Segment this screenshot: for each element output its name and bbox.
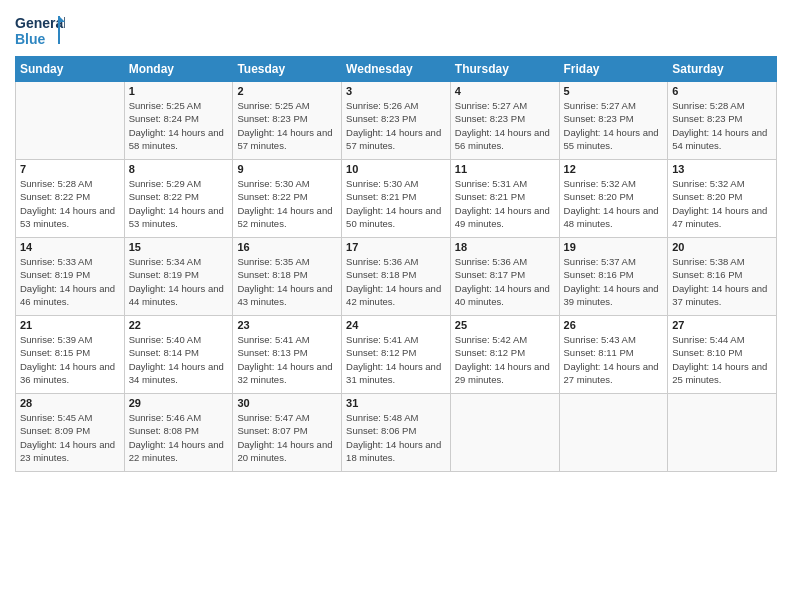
- day-number: 2: [237, 85, 337, 97]
- calendar-day-cell: [450, 394, 559, 472]
- calendar-day-cell: 4 Sunrise: 5:27 AMSunset: 8:23 PMDayligh…: [450, 82, 559, 160]
- day-number: 19: [564, 241, 664, 253]
- calendar-day-cell: 23 Sunrise: 5:41 AMSunset: 8:13 PMDaylig…: [233, 316, 342, 394]
- day-number: 8: [129, 163, 229, 175]
- calendar-day-cell: 21 Sunrise: 5:39 AMSunset: 8:15 PMDaylig…: [16, 316, 125, 394]
- day-number: 10: [346, 163, 446, 175]
- weekday-header: Friday: [559, 57, 668, 82]
- day-info: Sunrise: 5:36 AMSunset: 8:17 PMDaylight:…: [455, 255, 555, 308]
- day-info: Sunrise: 5:32 AMSunset: 8:20 PMDaylight:…: [672, 177, 772, 230]
- calendar-week-row: 28 Sunrise: 5:45 AMSunset: 8:09 PMDaylig…: [16, 394, 777, 472]
- day-info: Sunrise: 5:35 AMSunset: 8:18 PMDaylight:…: [237, 255, 337, 308]
- calendar-day-cell: 26 Sunrise: 5:43 AMSunset: 8:11 PMDaylig…: [559, 316, 668, 394]
- day-info: Sunrise: 5:43 AMSunset: 8:11 PMDaylight:…: [564, 333, 664, 386]
- calendar-day-cell: 27 Sunrise: 5:44 AMSunset: 8:10 PMDaylig…: [668, 316, 777, 394]
- day-info: Sunrise: 5:45 AMSunset: 8:09 PMDaylight:…: [20, 411, 120, 464]
- day-info: Sunrise: 5:32 AMSunset: 8:20 PMDaylight:…: [564, 177, 664, 230]
- calendar-day-cell: [668, 394, 777, 472]
- svg-text:Blue: Blue: [15, 31, 46, 47]
- calendar-container: General Blue SundayMondayTuesdayWednesda…: [0, 0, 792, 482]
- day-info: Sunrise: 5:41 AMSunset: 8:12 PMDaylight:…: [346, 333, 446, 386]
- day-info: Sunrise: 5:40 AMSunset: 8:14 PMDaylight:…: [129, 333, 229, 386]
- day-info: Sunrise: 5:37 AMSunset: 8:16 PMDaylight:…: [564, 255, 664, 308]
- calendar-day-cell: 7 Sunrise: 5:28 AMSunset: 8:22 PMDayligh…: [16, 160, 125, 238]
- day-number: 25: [455, 319, 555, 331]
- day-info: Sunrise: 5:34 AMSunset: 8:19 PMDaylight:…: [129, 255, 229, 308]
- calendar-week-row: 21 Sunrise: 5:39 AMSunset: 8:15 PMDaylig…: [16, 316, 777, 394]
- day-number: 21: [20, 319, 120, 331]
- day-info: Sunrise: 5:27 AMSunset: 8:23 PMDaylight:…: [564, 99, 664, 152]
- calendar-day-cell: 6 Sunrise: 5:28 AMSunset: 8:23 PMDayligh…: [668, 82, 777, 160]
- calendar-day-cell: 29 Sunrise: 5:46 AMSunset: 8:08 PMDaylig…: [124, 394, 233, 472]
- calendar-day-cell: 17 Sunrise: 5:36 AMSunset: 8:18 PMDaylig…: [342, 238, 451, 316]
- header-area: General Blue: [15, 10, 777, 50]
- day-number: 31: [346, 397, 446, 409]
- weekday-header: Saturday: [668, 57, 777, 82]
- calendar-day-cell: 24 Sunrise: 5:41 AMSunset: 8:12 PMDaylig…: [342, 316, 451, 394]
- day-info: Sunrise: 5:46 AMSunset: 8:08 PMDaylight:…: [129, 411, 229, 464]
- calendar-day-cell: 12 Sunrise: 5:32 AMSunset: 8:20 PMDaylig…: [559, 160, 668, 238]
- svg-text:General: General: [15, 15, 65, 31]
- calendar-day-cell: 16 Sunrise: 5:35 AMSunset: 8:18 PMDaylig…: [233, 238, 342, 316]
- calendar-day-cell: 11 Sunrise: 5:31 AMSunset: 8:21 PMDaylig…: [450, 160, 559, 238]
- weekday-header-row: SundayMondayTuesdayWednesdayThursdayFrid…: [16, 57, 777, 82]
- calendar-day-cell: 25 Sunrise: 5:42 AMSunset: 8:12 PMDaylig…: [450, 316, 559, 394]
- day-info: Sunrise: 5:27 AMSunset: 8:23 PMDaylight:…: [455, 99, 555, 152]
- logo: General Blue: [15, 10, 65, 50]
- day-info: Sunrise: 5:30 AMSunset: 8:22 PMDaylight:…: [237, 177, 337, 230]
- weekday-header: Thursday: [450, 57, 559, 82]
- day-info: Sunrise: 5:48 AMSunset: 8:06 PMDaylight:…: [346, 411, 446, 464]
- calendar-week-row: 7 Sunrise: 5:28 AMSunset: 8:22 PMDayligh…: [16, 160, 777, 238]
- calendar-day-cell: 18 Sunrise: 5:36 AMSunset: 8:17 PMDaylig…: [450, 238, 559, 316]
- calendar-table: SundayMondayTuesdayWednesdayThursdayFrid…: [15, 56, 777, 472]
- day-number: 3: [346, 85, 446, 97]
- calendar-day-cell: 13 Sunrise: 5:32 AMSunset: 8:20 PMDaylig…: [668, 160, 777, 238]
- calendar-day-cell: 31 Sunrise: 5:48 AMSunset: 8:06 PMDaylig…: [342, 394, 451, 472]
- day-number: 9: [237, 163, 337, 175]
- calendar-day-cell: 30 Sunrise: 5:47 AMSunset: 8:07 PMDaylig…: [233, 394, 342, 472]
- day-number: 16: [237, 241, 337, 253]
- day-number: 1: [129, 85, 229, 97]
- day-number: 13: [672, 163, 772, 175]
- weekday-header: Tuesday: [233, 57, 342, 82]
- calendar-day-cell: 1 Sunrise: 5:25 AMSunset: 8:24 PMDayligh…: [124, 82, 233, 160]
- weekday-header: Wednesday: [342, 57, 451, 82]
- day-number: 27: [672, 319, 772, 331]
- day-number: 30: [237, 397, 337, 409]
- day-number: 7: [20, 163, 120, 175]
- day-number: 12: [564, 163, 664, 175]
- calendar-day-cell: 22 Sunrise: 5:40 AMSunset: 8:14 PMDaylig…: [124, 316, 233, 394]
- day-info: Sunrise: 5:33 AMSunset: 8:19 PMDaylight:…: [20, 255, 120, 308]
- logo-svg: General Blue: [15, 10, 65, 50]
- day-info: Sunrise: 5:28 AMSunset: 8:22 PMDaylight:…: [20, 177, 120, 230]
- day-info: Sunrise: 5:42 AMSunset: 8:12 PMDaylight:…: [455, 333, 555, 386]
- day-info: Sunrise: 5:25 AMSunset: 8:23 PMDaylight:…: [237, 99, 337, 152]
- day-number: 29: [129, 397, 229, 409]
- day-number: 20: [672, 241, 772, 253]
- calendar-day-cell: 3 Sunrise: 5:26 AMSunset: 8:23 PMDayligh…: [342, 82, 451, 160]
- day-info: Sunrise: 5:36 AMSunset: 8:18 PMDaylight:…: [346, 255, 446, 308]
- day-number: 11: [455, 163, 555, 175]
- day-number: 4: [455, 85, 555, 97]
- calendar-day-cell: 19 Sunrise: 5:37 AMSunset: 8:16 PMDaylig…: [559, 238, 668, 316]
- calendar-day-cell: 8 Sunrise: 5:29 AMSunset: 8:22 PMDayligh…: [124, 160, 233, 238]
- day-number: 23: [237, 319, 337, 331]
- calendar-day-cell: [559, 394, 668, 472]
- day-info: Sunrise: 5:39 AMSunset: 8:15 PMDaylight:…: [20, 333, 120, 386]
- day-number: 5: [564, 85, 664, 97]
- day-number: 17: [346, 241, 446, 253]
- calendar-day-cell: [16, 82, 125, 160]
- day-info: Sunrise: 5:26 AMSunset: 8:23 PMDaylight:…: [346, 99, 446, 152]
- day-number: 6: [672, 85, 772, 97]
- calendar-day-cell: 9 Sunrise: 5:30 AMSunset: 8:22 PMDayligh…: [233, 160, 342, 238]
- day-info: Sunrise: 5:38 AMSunset: 8:16 PMDaylight:…: [672, 255, 772, 308]
- day-info: Sunrise: 5:28 AMSunset: 8:23 PMDaylight:…: [672, 99, 772, 152]
- day-info: Sunrise: 5:41 AMSunset: 8:13 PMDaylight:…: [237, 333, 337, 386]
- calendar-day-cell: 15 Sunrise: 5:34 AMSunset: 8:19 PMDaylig…: [124, 238, 233, 316]
- calendar-week-row: 14 Sunrise: 5:33 AMSunset: 8:19 PMDaylig…: [16, 238, 777, 316]
- calendar-day-cell: 14 Sunrise: 5:33 AMSunset: 8:19 PMDaylig…: [16, 238, 125, 316]
- day-number: 15: [129, 241, 229, 253]
- day-number: 18: [455, 241, 555, 253]
- day-info: Sunrise: 5:29 AMSunset: 8:22 PMDaylight:…: [129, 177, 229, 230]
- day-info: Sunrise: 5:31 AMSunset: 8:21 PMDaylight:…: [455, 177, 555, 230]
